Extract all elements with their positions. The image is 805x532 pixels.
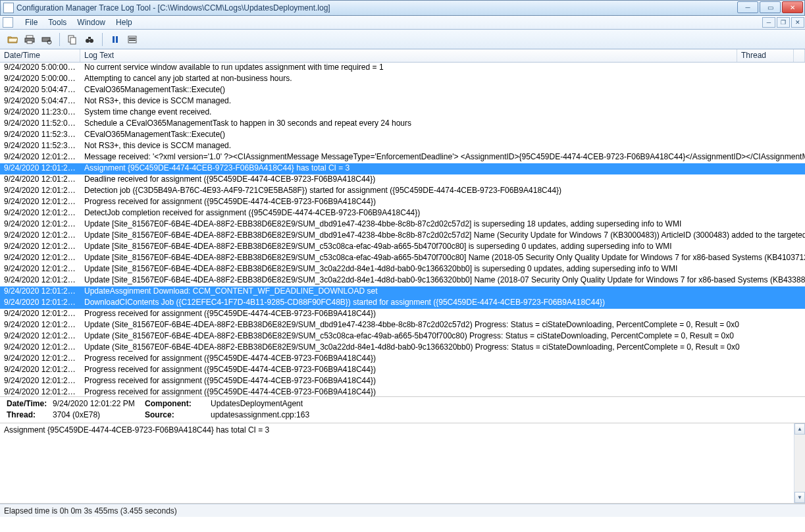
cell-datetime: 9/24/2020 12:01:25 PM: [0, 331, 80, 342]
log-row[interactable]: 9/24/2020 12:01:25 PMProgress received f…: [0, 197, 805, 208]
menu-window[interactable]: Window: [72, 16, 111, 28]
cell-datetime: 9/24/2020 5:04:47 AM: [0, 96, 80, 107]
toolbar-separator: [59, 33, 60, 46]
print-button[interactable]: [22, 32, 37, 47]
log-row[interactable]: 9/24/2020 12:01:25 PMUpdate (Site_81567E…: [0, 331, 805, 342]
column-header-thread[interactable]: Thread: [737, 49, 794, 62]
column-header-datetime[interactable]: Date/Time: [0, 49, 80, 62]
log-row[interactable]: 9/24/2020 11:52:33 AMNot RS3+, this devi…: [0, 141, 805, 152]
printer-icon: [24, 34, 35, 45]
cell-logtext: Detection job ({C3D5B49A-B76C-4E93-A4F9-…: [80, 186, 805, 196]
cell-datetime: 9/24/2020 12:01:25 PM: [0, 275, 80, 286]
cell-logtext: Update [Site_81567E0F-6B4E-4DEA-88F2-EBB…: [80, 230, 805, 241]
scroll-down-arrow-icon[interactable]: ▼: [794, 492, 805, 503]
log-row[interactable]: 9/24/2020 12:01:26 PMProgress received f…: [0, 387, 805, 397]
print-preview-button[interactable]: [39, 32, 54, 47]
cell-logtext: UpdateAssginment Download: CCM_CONTENT_W…: [80, 286, 805, 297]
menu-help[interactable]: Help: [111, 16, 138, 28]
log-row[interactable]: 9/24/2020 12:01:25 PMUpdate (Site_81567E…: [0, 320, 805, 331]
cell-logtext: Deadline received for assignment ({95C45…: [80, 174, 805, 185]
log-row[interactable]: 9/24/2020 12:01:25 PMUpdate [Site_81567E…: [0, 219, 805, 230]
log-row[interactable]: 9/24/2020 12:01:25 PMDetectJob completio…: [0, 208, 805, 219]
column-header-logtext[interactable]: Log Text: [80, 49, 737, 62]
cell-datetime: 9/24/2020 11:52:33 AM: [0, 130, 80, 140]
log-row[interactable]: 9/24/2020 11:23:05 AMSystem time change …: [0, 107, 805, 119]
cell-logtext: Update [Site_81567E0F-6B4E-4DEA-88F2-EBB…: [80, 275, 805, 286]
cell-datetime: 9/24/2020 12:01:25 PM: [0, 230, 80, 241]
cell-datetime: 9/24/2020 12:01:26 PM: [0, 387, 80, 397]
pause-button[interactable]: [108, 32, 122, 47]
log-row[interactable]: 9/24/2020 5:00:00 AMNo current service w…: [0, 63, 805, 74]
highlight-icon: [127, 34, 138, 45]
detail-source: updatesassignment.cpp:163: [211, 410, 474, 421]
log-row[interactable]: 9/24/2020 12:01:25 PMUpdate [Site_81567E…: [0, 242, 805, 253]
cell-datetime: 9/24/2020 12:01:25 PM: [0, 197, 80, 207]
cell-datetime: 9/24/2020 12:01:25 PM: [0, 309, 80, 319]
close-button[interactable]: ✕: [782, 1, 803, 13]
pause-icon: [110, 34, 120, 45]
cell-datetime: 9/24/2020 12:01:22 PM: [0, 186, 80, 196]
toolbar: [0, 30, 805, 49]
log-row[interactable]: 9/24/2020 11:52:03 AMSchedule a CEvalO36…: [0, 119, 805, 130]
log-row[interactable]: 9/24/2020 12:01:25 PMUpdate [Site_81567E…: [0, 230, 805, 242]
cell-logtext: Update [Site_81567E0F-6B4E-4DEA-88F2-EBB…: [80, 264, 805, 275]
log-row[interactable]: 9/24/2020 12:01:25 PMUpdate (Site_81567E…: [0, 342, 805, 354]
cell-datetime: 9/24/2020 11:52:33 AM: [0, 141, 80, 151]
log-row[interactable]: 9/24/2020 12:01:25 PMUpdate [Site_81567E…: [0, 253, 805, 264]
log-row[interactable]: 9/24/2020 12:01:25 PMProgress received f…: [0, 376, 805, 387]
svg-rect-0: [26, 36, 33, 38]
menu-file[interactable]: File: [20, 16, 43, 28]
log-row[interactable]: 9/24/2020 12:01:25 PMDownloadCIContents …: [0, 298, 805, 309]
cell-logtext: CEvalO365ManagementTask::Execute(): [80, 130, 805, 140]
mdi-close-button[interactable]: ✕: [791, 17, 804, 28]
column-header-scrollspace: [794, 49, 805, 62]
cell-datetime: 9/24/2020 5:04:47 AM: [0, 85, 80, 95]
log-row[interactable]: 9/24/2020 12:01:25 PMUpdateAssginment Do…: [0, 286, 805, 298]
message-panel: Assignment {95C459DE-4474-4CEB-9723-F06B…: [0, 423, 805, 504]
cell-datetime: 9/24/2020 12:01:25 PM: [0, 354, 80, 364]
log-row[interactable]: 9/24/2020 12:01:25 PMProgress received f…: [0, 309, 805, 320]
svg-rect-6: [70, 38, 76, 44]
scroll-up-arrow-icon[interactable]: ▲: [794, 423, 805, 435]
cell-datetime: 9/24/2020 11:52:03 AM: [0, 119, 80, 129]
cell-logtext: Update (Site_81567E0F-6B4E-4DEA-88F2-EBB…: [80, 331, 805, 342]
menu-tools[interactable]: Tools: [43, 16, 72, 28]
cell-datetime: 9/24/2020 12:01:25 PM: [0, 208, 80, 219]
svg-rect-10: [113, 36, 115, 43]
minimize-button[interactable]: ─: [737, 1, 758, 13]
cell-logtext: Not RS3+, this device is SCCM managed.: [80, 141, 805, 151]
find-button[interactable]: [82, 32, 97, 47]
log-row[interactable]: 9/24/2020 5:04:47 AMNot RS3+, this devic…: [0, 96, 805, 107]
printer-search-icon: [41, 34, 52, 45]
log-row[interactable]: 9/24/2020 12:01:22 PMMessage received: '…: [0, 152, 805, 163]
cell-logtext: Attempting to cancel any job started at …: [80, 74, 805, 84]
svg-rect-13: [129, 38, 136, 39]
mdi-restore-button[interactable]: ❐: [777, 17, 790, 28]
log-row[interactable]: 9/24/2020 12:01:25 PMUpdate [Site_81567E…: [0, 264, 805, 275]
cell-logtext: Not RS3+, this device is SCCM managed.: [80, 96, 805, 107]
log-row[interactable]: 9/24/2020 12:01:22 PMDeadline received f…: [0, 174, 805, 186]
status-text: Elapsed time is 0h 0m 3s 455ms (3.455 se…: [4, 506, 177, 516]
log-header: Date/Time Log Text Thread: [0, 49, 805, 63]
log-row[interactable]: 9/24/2020 5:00:00 AMAttempting to cancel…: [0, 74, 805, 85]
open-button[interactable]: [5, 32, 20, 47]
detail-datetime: 9/24/2020 12:01:22 PM: [53, 399, 145, 410]
highlight-button[interactable]: [125, 32, 140, 47]
log-row[interactable]: 9/24/2020 11:52:33 AMCEvalO365Management…: [0, 130, 805, 141]
mdi-minimize-button[interactable]: ─: [762, 17, 775, 28]
copy-icon: [67, 34, 78, 45]
title-bar: Configuration Manager Trace Log Tool - […: [0, 0, 805, 16]
label-component: Component:: [145, 399, 211, 410]
log-row[interactable]: 9/24/2020 12:01:22 PMDetection job ({C3D…: [0, 186, 805, 197]
cell-datetime: 9/24/2020 12:01:25 PM: [0, 264, 80, 275]
log-row[interactable]: 9/24/2020 12:01:25 PMProgress received f…: [0, 354, 805, 365]
copy-button[interactable]: [65, 32, 80, 47]
log-row[interactable]: 9/24/2020 12:01:25 PMProgress received f…: [0, 365, 805, 376]
log-rows[interactable]: 9/24/2020 5:00:00 AMNo current service w…: [0, 63, 805, 397]
detail-component: UpdatesDeploymentAgent: [211, 399, 474, 410]
log-row[interactable]: 9/24/2020 5:04:47 AMCEvalO365ManagementT…: [0, 85, 805, 96]
maximize-button[interactable]: ▭: [760, 1, 781, 13]
message-scrollbar[interactable]: ▲ ▼: [794, 423, 805, 503]
log-row[interactable]: 9/24/2020 12:01:22 PMAssignment {95C459D…: [0, 163, 805, 174]
log-row[interactable]: 9/24/2020 12:01:25 PMUpdate [Site_81567E…: [0, 275, 805, 286]
